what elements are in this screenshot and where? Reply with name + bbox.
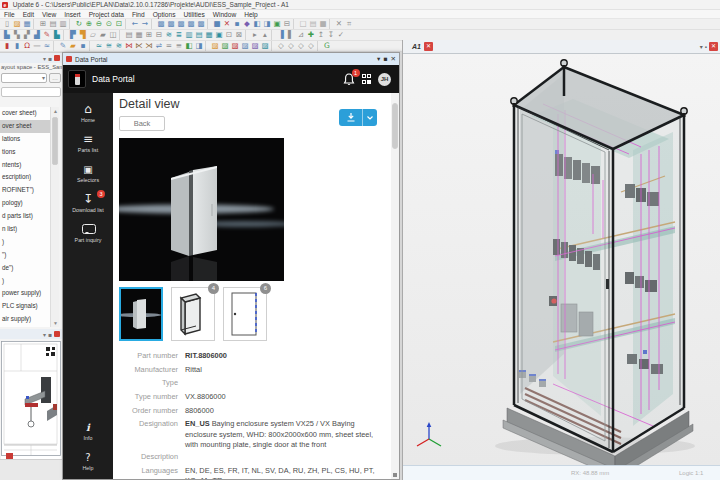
toolbar-icon[interactable]: | (271, 30, 275, 40)
scroll-up-icon[interactable]: ▲ (51, 107, 60, 115)
toolbar-icon[interactable]: □ (298, 19, 308, 29)
toolbar-icon[interactable]: ▸ (250, 30, 260, 40)
toolbar-icon[interactable]: | (205, 41, 209, 51)
toolbar-icon[interactable]: ▥ (58, 19, 68, 29)
dock-pin-icon[interactable]: ▪ (48, 55, 52, 62)
toolbar-icon[interactable]: ▪ (78, 41, 88, 51)
toolbar-icon[interactable]: ◇ (296, 41, 306, 51)
scrollbar-thumb[interactable] (392, 103, 398, 149)
toolbar-icon[interactable]: G (322, 41, 332, 51)
toolbar-icon[interactable]: ◧ (252, 19, 262, 29)
toolbar-icon[interactable]: ≅ (104, 41, 114, 51)
nav-item[interactable]: 3 Download list (63, 192, 113, 213)
tree-item[interactable]: PLC signals) (0, 300, 50, 313)
toolbar-icon[interactable]: | (53, 41, 57, 51)
toolbar-icon[interactable]: ⇌ (154, 41, 164, 51)
toolbar-icon[interactable]: ▴ (260, 30, 270, 40)
toolbar-icon[interactable]: ◆ (242, 19, 252, 29)
toolbar-icon[interactable]: | (119, 30, 123, 40)
toolbar-icon[interactable]: ▤ (308, 19, 318, 29)
toolbar-icon[interactable]: — (32, 41, 42, 51)
toolbar-icon[interactable]: ↧ (326, 30, 336, 40)
toolbar-icon[interactable]: ⊞ (144, 30, 154, 40)
toolbar-icon[interactable]: ▩ (176, 19, 186, 29)
toolbar-icon[interactable]: ≋ (164, 30, 174, 40)
scroll-down-icon[interactable] (393, 473, 397, 477)
toolbar-icon[interactable]: | (125, 19, 129, 29)
menu-item[interactable]: Project data (85, 10, 128, 19)
toolbar-icon[interactable]: ≃ (94, 41, 104, 51)
notifications-button[interactable]: 1 (343, 73, 355, 86)
menu-item[interactable]: Options (149, 10, 180, 19)
tab-close-icon[interactable]: ✕ (424, 42, 433, 51)
tree-item[interactable]: air supply) (0, 313, 50, 326)
toolbar-icon[interactable]: ▨ (230, 41, 240, 51)
toolbar-icon[interactable]: ⊟ (282, 19, 292, 29)
toolbar-icon[interactable]: | (69, 19, 73, 29)
toolbar-icon[interactable]: ▨ (210, 41, 220, 51)
tree-item[interactable]: ROFINET") (0, 184, 50, 197)
toolbar-icon[interactable]: ◨ (194, 41, 204, 51)
tree-item[interactable]: pology) (0, 197, 50, 210)
toolbar-icon[interactable]: ▩ (166, 19, 176, 29)
toolbar-icon[interactable]: ◫ (108, 30, 118, 40)
tree-item[interactable]: ) (0, 236, 50, 249)
tree-item[interactable]: de") (0, 262, 50, 275)
scroll-down-icon[interactable]: ▼ (51, 319, 60, 327)
toolbar-icon[interactable]: ▰ (68, 41, 78, 51)
toolbar-icon[interactable]: ✎ (42, 30, 52, 40)
toolbar-icon[interactable]: | (89, 41, 93, 51)
download-split-button[interactable] (339, 109, 377, 126)
menu-item[interactable]: Edit (19, 10, 38, 19)
toolbar-icon[interactable]: ▙ (2, 30, 12, 40)
toolbar-icon[interactable]: ⊖ (94, 19, 104, 29)
toolbar-icon[interactable]: ⋊ (144, 41, 154, 51)
toolbar-icon[interactable]: ▮ (12, 41, 22, 51)
toolbar-icon[interactable]: | (317, 41, 321, 51)
layout-space-combo[interactable]: ▾ (1, 73, 47, 83)
toolbar-icon[interactable]: ✓ (336, 30, 346, 40)
toolbar-icon[interactable]: ■ (212, 19, 222, 29)
scrollbar-thumb[interactable] (52, 117, 58, 165)
toolbar-icon[interactable]: ▪ (232, 19, 242, 29)
toolbar-icon[interactable]: | (245, 30, 249, 40)
toolbar-icon[interactable]: | (151, 19, 155, 29)
toolbar-icon[interactable]: ▥ (184, 30, 194, 40)
tree-item[interactable]: lations (0, 133, 50, 146)
toolbar-icon[interactable]: | (207, 19, 211, 29)
more-button[interactable]: … (49, 73, 61, 83)
toolbar-icon[interactable]: | (329, 19, 333, 29)
toolbar-icon[interactable]: ▯ (2, 19, 12, 29)
toolbar-icon[interactable]: ▦ (134, 30, 144, 40)
toolbar-icon[interactable]: ⊟ (154, 30, 164, 40)
download-options-button[interactable] (362, 109, 377, 126)
toolbar-icon[interactable]: ⊠ (234, 30, 244, 40)
tree-item[interactable]: ") (0, 249, 50, 262)
toolbar-icon[interactable]: ▜ (78, 30, 88, 40)
toolbar-icon[interactable]: ≣ (174, 30, 184, 40)
thumbnail-3d[interactable]: 4 (171, 287, 215, 341)
toolbar-icon[interactable]: ⋈ (124, 41, 134, 51)
toolbar-icon[interactable]: ◇ (276, 41, 286, 51)
dock-close-icon[interactable]: ✕ (709, 42, 718, 51)
toolbar-icon[interactable]: ⊿ (296, 30, 306, 40)
menu-item[interactable]: Find (128, 10, 149, 19)
toolbar-icon[interactable]: ▩ (186, 19, 196, 29)
menu-item[interactable]: View (38, 10, 60, 19)
toolbar-icon[interactable]: ▣ (214, 30, 224, 40)
tab-a1[interactable]: A1 (412, 43, 421, 50)
tree-item[interactable]: power supply) (0, 287, 50, 300)
toolbar-icon[interactable]: ⊙ (104, 19, 114, 29)
tree-item[interactable]: cover sheet) (0, 107, 50, 120)
toolbar-icon[interactable]: ▨ (12, 19, 22, 29)
nav-item[interactable]: Part inquiry (63, 222, 113, 243)
thumbnail-photo[interactable] (119, 287, 163, 341)
nav-item[interactable]: Home (63, 102, 113, 123)
menu-item[interactable]: Utilities (179, 10, 208, 19)
toolbar-icon[interactable]: ▛ (68, 30, 78, 40)
toolbar-icon[interactable]: ↥ (316, 30, 326, 40)
apps-grid-icon[interactable] (362, 74, 372, 84)
tree-item[interactable]: ntents) (0, 159, 50, 172)
toolbar-icon[interactable]: ▟ (32, 30, 42, 40)
toolbar-icon[interactable]: → (140, 19, 150, 29)
